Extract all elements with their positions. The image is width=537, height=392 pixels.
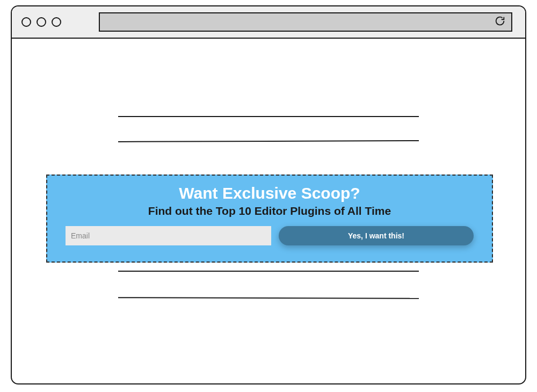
browser-title-bar (12, 6, 525, 39)
content-placeholder-line (118, 140, 419, 142)
signup-row: Yes, I want this! (66, 226, 474, 245)
browser-window: Want Exclusive Scoop? Find out the Top 1… (11, 5, 526, 384)
window-control-button[interactable] (52, 17, 61, 27)
window-controls (21, 17, 61, 27)
email-field[interactable] (66, 226, 271, 245)
refresh-icon[interactable] (494, 15, 506, 29)
address-bar[interactable] (99, 12, 512, 32)
signup-banner: Want Exclusive Scoop? Find out the Top 1… (46, 175, 493, 263)
content-placeholder-line (118, 271, 419, 272)
cta-button[interactable]: Yes, I want this! (279, 226, 474, 245)
content-placeholder-line (118, 297, 419, 299)
window-control-button[interactable] (37, 17, 46, 27)
content-placeholder-line (118, 116, 419, 117)
banner-subtitle: Find out the Top 10 Editor Plugins of Al… (66, 205, 474, 217)
banner-title: Want Exclusive Scoop? (66, 184, 474, 202)
window-control-button[interactable] (21, 17, 31, 27)
page-viewport: Want Exclusive Scoop? Find out the Top 1… (12, 39, 525, 383)
